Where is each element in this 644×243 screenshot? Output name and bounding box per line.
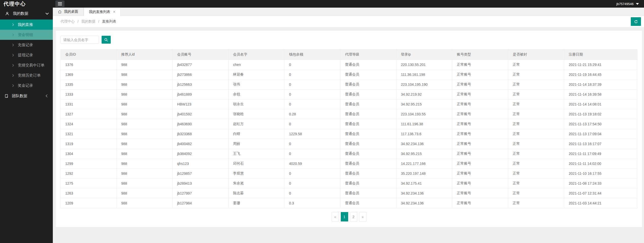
username: jb75749546 — [616, 2, 634, 6]
members-table: 会员ID推荐人id会员账号会员名字钱包余额代理等级登录ip账号类型是否被封注册日… — [60, 49, 637, 208]
sidebar-item[interactable]: 我的直推 — [0, 20, 53, 30]
breadcrumb-item[interactable]: 代理中心 — [60, 19, 75, 24]
table-cell: 1321 — [61, 129, 117, 139]
sidebar-group-my-data[interactable]: 我的数据 — [0, 8, 53, 20]
table-cell: 普通会员 — [340, 129, 396, 139]
column-header: 会员账号 — [172, 49, 228, 60]
table-cell: 正常 — [508, 159, 564, 169]
table-cell: 普通会员 — [340, 179, 396, 188]
hamburger-icon — [58, 4, 62, 4]
chevron-right-icon — [11, 33, 14, 36]
table-cell: 0 — [284, 179, 340, 188]
breadcrumb-item[interactable]: 我的数据 — [81, 19, 95, 24]
table-cell: 14.221.177.166 — [396, 159, 452, 169]
sidebar-item-label: 奖金记录 — [18, 83, 33, 88]
table-cell: jb432877 — [172, 60, 228, 70]
table-cell: 988 — [117, 99, 172, 109]
table-cell: 正常 — [508, 198, 564, 208]
pagination-next-button[interactable]: » — [359, 212, 366, 221]
table-cell: 2021-11-10 16:17:55 — [564, 169, 637, 179]
table-row: 1327988jb401592张晓晗0.28普通会员223.104.193.55… — [61, 109, 637, 119]
table-cell: 111.61.196.38 — [396, 119, 452, 129]
table-cell: 223.104.195.190 — [396, 80, 452, 90]
table-cell: 988 — [117, 169, 172, 179]
table-cell: 1319 — [61, 139, 117, 149]
pagination-page-1[interactable]: 1 — [341, 212, 348, 221]
member-name-search-input[interactable] — [60, 36, 99, 44]
sidebar-item[interactable]: 充值记录 — [0, 40, 53, 50]
table-cell: 胡永生 — [228, 99, 284, 109]
sidebar-item[interactable]: 提现记录 — [0, 50, 53, 60]
table-cell: 正常 — [508, 90, 564, 99]
sidebar-item[interactable]: 资金明细 — [0, 30, 53, 40]
column-header: 会员名字 — [228, 49, 284, 60]
top-header: 代理中心 jb75749546 — [0, 0, 644, 8]
chevron-right-icon — [11, 23, 14, 26]
content-area: 会员ID推荐人id会员账号会员名字钱包余额代理等级登录ip账号类型是否被封注册日… — [53, 27, 644, 243]
tab-label: 我的直推列表 — [89, 10, 110, 14]
table-cell: 2021-11-14 14:08:01 — [564, 99, 637, 109]
table-cell: 0 — [284, 119, 340, 129]
close-icon[interactable]: × — [113, 10, 115, 14]
table-cell: 988 — [117, 119, 172, 129]
app-title: 代理中心 — [0, 1, 53, 7]
table-cell: 988 — [117, 198, 172, 208]
refresh-button[interactable] — [631, 17, 641, 26]
table-cell: 普通会员 — [340, 119, 396, 129]
sidebar-item[interactable]: 竞猜交易中订单 — [0, 60, 53, 70]
chevron-right-icon — [11, 54, 14, 56]
table-row: 1335988jb125663张伟0普通会员223.104.195.190正常账… — [61, 80, 637, 90]
table-cell: 正常 — [508, 179, 564, 188]
tab-my-desktop[interactable]: 我的桌面 — [53, 8, 84, 16]
table-cell: 普通会员 — [340, 188, 396, 198]
table-cell: 988 — [117, 80, 172, 90]
table-row: 1292988jb129857李煜慧0普通会员35.220.197.148正常账… — [61, 169, 637, 179]
sidebar-item[interactable]: 竞猜历史订单 — [0, 70, 53, 80]
table-cell: 正常 — [508, 129, 564, 139]
chevron-down-icon — [45, 11, 49, 15]
table-cell: 2021-11-13 16:17:07 — [564, 139, 637, 149]
table-cell: 988 — [117, 129, 172, 139]
pagination-page-2[interactable]: 2 — [350, 212, 357, 221]
menu-toggle-button[interactable] — [55, 1, 65, 7]
table-cell: 0 — [284, 188, 340, 198]
sidebar-group-team-data[interactable]: 团队数据 — [0, 91, 53, 101]
refresh-icon — [634, 20, 638, 24]
table-cell: 正常账号 — [452, 70, 508, 80]
table-row: 1299988qhs123邱何石4020.59普通会员14.221.177.16… — [61, 159, 637, 169]
table-cell: 2021-11-07 12:31:44 — [564, 188, 637, 198]
table-cell: 1335 — [61, 80, 117, 90]
table-cell: 正常 — [508, 188, 564, 198]
table-cell: 余锐 — [228, 90, 284, 99]
sidebar-item[interactable]: 奖金记录 — [0, 80, 53, 91]
table-row: 1321988jb323368白晴1229.58普通会员117.136.73.6… — [61, 129, 637, 139]
table-cell: 2021-11-03 14:44:21 — [564, 198, 637, 208]
user-menu[interactable]: jb75749546 — [616, 2, 644, 6]
content-card: 会员ID推荐人id会员账号会员名字钱包余额代理等级登录ip账号类型是否被封注册日… — [56, 31, 642, 227]
table-cell: 张伟 — [228, 80, 284, 90]
table-cell: 正常账号 — [452, 80, 508, 90]
table-cell: 邱何石 — [228, 159, 284, 169]
table-cell: 正常账号 — [452, 179, 508, 188]
pagination: « 1 2 » — [60, 212, 637, 222]
column-header: 注册日期 — [564, 49, 637, 60]
table-cell: 34.92.175.41 — [396, 179, 452, 188]
table-cell: 223.104.193.55 — [396, 109, 452, 119]
table-cell: 35.220.197.148 — [396, 169, 452, 179]
table-cell: 0 — [284, 60, 340, 70]
table-row: 1319988jb400482周丽0普通会员34.92.234.136正常账号正… — [61, 139, 637, 149]
table-cell: 普通会员 — [340, 169, 396, 179]
table-cell: 普通会员 — [340, 70, 396, 80]
pagination-prev-button[interactable]: « — [332, 212, 339, 221]
search-button[interactable] — [102, 36, 111, 44]
breadcrumb-separator: / — [77, 20, 78, 24]
table-cell: 117.136.73.6 — [396, 129, 452, 139]
table-cell: 0 — [284, 139, 340, 149]
table-cell: jb461889 — [172, 90, 228, 99]
table-cell: 普通会员 — [340, 80, 396, 90]
table-cell: 白晴 — [228, 129, 284, 139]
tab-my-referrals-list[interactable]: 我的直推列表 × — [84, 8, 121, 16]
table-cell: 普通会员 — [340, 149, 396, 159]
table-cell: 陈志晏 — [228, 188, 284, 198]
table-cell: 正常 — [508, 149, 564, 159]
